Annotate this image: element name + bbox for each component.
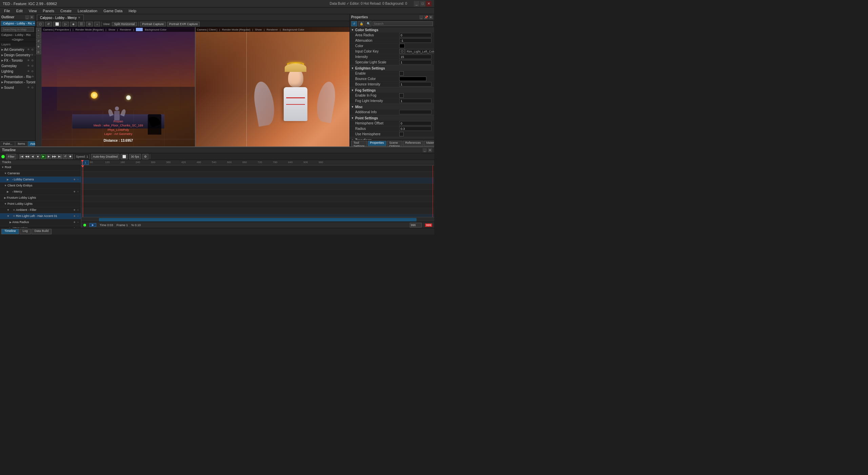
track-add-btn-4[interactable]: + [76,214,80,218]
properties-minimize-btn[interactable]: _ [419,15,423,19]
viewport-portrait[interactable]: Camera [ Client ] | Render Mode [Regular… [196,27,349,146]
playback-play[interactable]: ▶ [41,154,46,159]
track-key-btn-4[interactable]: ◆ [73,214,76,218]
bounce-intensity-value[interactable]: 1 [399,82,431,86]
viewport-tab-main[interactable]: Calypso - Lobby - Mercy ✕ [37,15,84,21]
timeline-tab-timeline[interactable]: Timeline [1,229,19,234]
outliner-minimize-btn[interactable]: _ [25,15,29,19]
vis-eye-btn[interactable]: 👁 [31,75,35,78]
playback-to-start[interactable]: |◀ [19,154,24,159]
radius-value[interactable]: 0.3 [399,126,431,131]
track-ambient[interactable]: ▼ ✕ Ambient - Filler ◆ + [0,207,81,213]
vis-eye-btn[interactable]: 👁 [31,53,34,57]
menu-create[interactable]: Create [58,8,74,14]
input-color-key-value[interactable]: Rim_Light_Left_Color [405,49,434,54]
properties-pin-btn[interactable]: 📌 [424,15,428,19]
prop-section-enlighten-header[interactable]: ▼ Enlighten Settings [350,65,434,71]
frame-range-btn[interactable]: ⬜ [121,154,128,159]
track-area-radius[interactable]: ▶ Area Radius ◆ + [0,219,81,225]
prop-section-color-header[interactable]: ▼ Color Settings [350,27,434,33]
timeline-minimize-btn[interactable]: _ [423,148,427,152]
track-rim-light[interactable]: ▼ ✕ Rim Light Left - Hair Accent 01 ◆ + [0,213,81,219]
track-client-only[interactable]: ▼ Client Only Entitys [0,183,81,189]
end-frame-input[interactable] [410,223,422,227]
tl-settings-btn[interactable]: ⚙ [142,154,148,159]
track-root[interactable]: ▼ Root [0,164,81,171]
track-add-btn-2[interactable]: + [76,190,80,193]
specular-scale-value[interactable]: 1 [399,60,431,64]
prop-section-misc-header[interactable]: ▼ Misc [350,104,434,110]
menu-localization[interactable]: Localization [75,8,100,14]
enable-checkbox[interactable] [399,71,404,76]
vt-icon-btn-1[interactable]: ⬡ [37,22,44,26]
vis-lock-btn[interactable]: ⚙ [31,86,34,89]
viewport-3d[interactable]: Camera [ Perspective ] | Render Mode [Re… [42,27,196,146]
prop-btab-references[interactable]: References [403,141,423,146]
vt-icon-btn-7[interactable]: ⊙ [86,22,93,26]
outliner-tab-items[interactable]: Items [15,141,27,146]
menu-gamedata[interactable]: Game Data [101,8,125,14]
attenuation-value[interactable]: -1 [399,38,431,43]
vis-lock-btn[interactable]: ⚙ [35,75,35,78]
menu-view[interactable]: View [26,8,40,14]
playback-stop[interactable]: ■ [36,154,40,159]
outliner-tab-asset-manager[interactable]: Asset Mana... [28,141,35,146]
prop-btab-materials[interactable]: Materials [424,141,434,146]
maximize-button[interactable]: □ [420,1,425,6]
outliner-tab-calypso[interactable]: Calypso - Lobby - Ric × [1,21,35,26]
vlnav-scale-btn[interactable]: ⊕ [36,44,41,49]
vis-lock-btn[interactable]: ⚙ [31,48,34,51]
vlnav-add-btn[interactable]: + [36,28,41,33]
playback-next-key[interactable]: ▶▶ [52,154,57,159]
playback-loop[interactable]: ↺ [63,154,67,159]
playback-prev-frame[interactable]: ◀ [30,154,35,159]
outliner-item-fx[interactable]: ▶ FX - Toronto 👁 ⚙ [0,58,35,63]
minimize-button[interactable]: _ [414,1,419,6]
properties-close-btn[interactable]: ✕ [429,15,433,19]
menu-file[interactable]: File [1,8,13,14]
vis-eye-btn[interactable]: 👁 [27,64,30,67]
menu-help[interactable]: Help [126,8,139,14]
timeline-tab-data-build[interactable]: Data Build [32,229,52,234]
prop-section-fog-header[interactable]: ▼ Fog Settings [350,87,434,93]
vlnav-extra-btn[interactable]: ⊙ [36,50,41,54]
outliner-tab-palette[interactable]: Palet... [1,141,15,146]
outliner-item-presentation-rio[interactable]: ▶ Presentation - Rio 👁 ⚙ [0,74,35,79]
vt-icon-btn-2[interactable]: ↺ [45,22,52,26]
vt-icon-btn-8[interactable]: ⬦ [94,22,100,26]
vlnav-rotate-btn[interactable]: ↺ [36,39,41,43]
outliner-search-input[interactable] [1,27,34,32]
prop-tab-lock[interactable]: 🔒 [358,21,364,26]
vis-lock-btn[interactable]: ⚙ [31,59,34,62]
vis-lock-btn[interactable]: ⚙ [31,70,34,73]
portrait-canvas[interactable] [196,27,349,146]
prop-btab-properties[interactable]: Properties [368,141,386,146]
vis-eye-btn[interactable]: 👁 [27,70,30,73]
show-btn-portrait[interactable]: Show [255,28,262,31]
outliner-item-lighting[interactable]: Lighting 👁 ⚙ [0,68,35,74]
vt-icon-btn-4[interactable]: ▷ [62,22,69,26]
vis-lock-btn[interactable]: ⚙ [34,53,35,57]
intensity-value[interactable]: 15 [399,55,431,59]
track-frustum-lights[interactable]: ▶ Frustum Lobby Lights [0,195,81,201]
portrait-exr-btn[interactable]: Portrait EXR Capture [167,22,200,26]
vis-lock-btn[interactable]: ⚙ [31,64,34,67]
prop-tab-refresh[interactable]: ↺ [351,21,357,26]
outliner-item-presentation-toronto[interactable]: ▶ Presentation - Toronto 👁 ⚙ [0,79,35,85]
portrait-capture-btn[interactable]: Portrait Capture [140,22,166,26]
menu-panels[interactable]: Panels [40,8,57,14]
renderer-btn[interactable]: Renderer [120,28,131,31]
track-lobby-camera[interactable]: ▶ • Lobby Camera ◆ + [0,177,81,183]
prop-btab-scene-options[interactable]: Scene Options [387,141,402,146]
track-cameras[interactable]: ▼ Cameras [0,171,81,177]
timeline-keyframes[interactable] [81,165,434,217]
track-add-btn[interactable]: + [76,178,80,181]
track-add-btn-3[interactable]: + [76,208,80,212]
split-horizontal-btn[interactable]: Split Horizontal [112,22,137,26]
outliner-item-design-geometry[interactable]: ▶ Design Geometry 👁 ⚙ [0,52,35,58]
outliner-item-sound[interactable]: ▶ Sound 👁 ⚙ [0,85,35,90]
timeline-scrollbar[interactable] [81,217,434,222]
viewport-tab-close[interactable]: ✕ [78,16,81,19]
track-key-btn-2[interactable]: ◆ [73,190,76,193]
timeline-close-btn[interactable]: ✕ [428,148,432,152]
